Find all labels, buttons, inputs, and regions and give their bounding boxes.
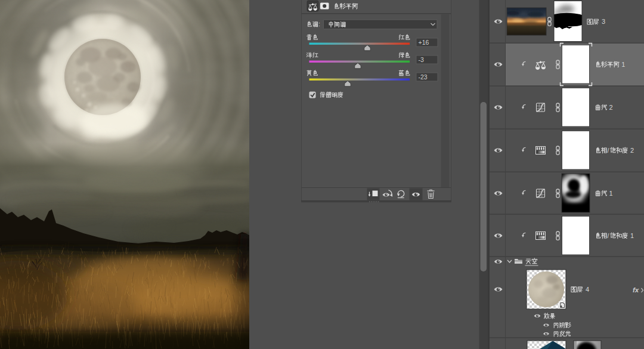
svg-text:-3: -3 bbox=[419, 56, 424, 63]
svg-text:-23: -23 bbox=[419, 73, 428, 81]
svg-text:fx: fx bbox=[633, 286, 639, 294]
svg-text:4: 4 bbox=[586, 286, 589, 293]
svg-text:2: 2 bbox=[609, 104, 613, 111]
svg-text:/: / bbox=[608, 232, 609, 239]
svg-text:1: 1 bbox=[621, 61, 625, 68]
svg-text:/: / bbox=[608, 147, 609, 154]
svg-text:1: 1 bbox=[609, 190, 613, 197]
svg-text:+16: +16 bbox=[419, 39, 429, 46]
svg-text:3: 3 bbox=[602, 18, 605, 25]
svg-text::: : bbox=[318, 20, 320, 27]
svg-text:2: 2 bbox=[630, 147, 634, 154]
svg-text:1: 1 bbox=[630, 232, 634, 239]
